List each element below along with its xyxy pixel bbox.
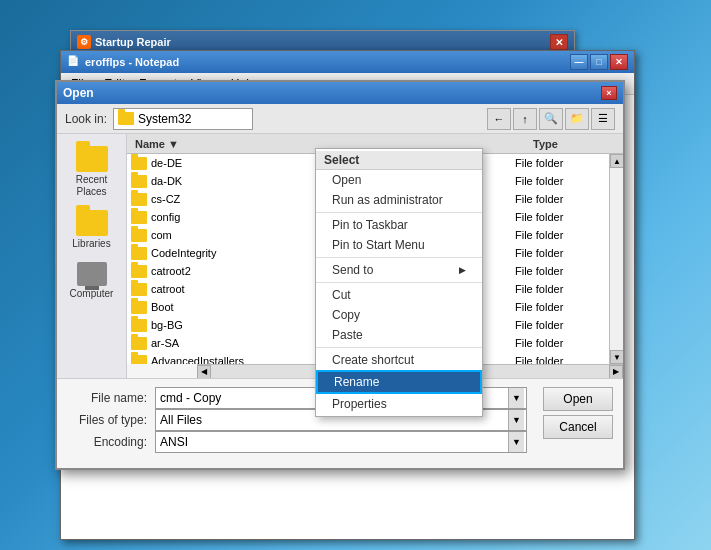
file-name-value: cmd - Copy bbox=[160, 391, 221, 405]
files-of-type-value: All Files bbox=[160, 413, 202, 427]
encoding-combo[interactable]: ANSI ▼ bbox=[155, 431, 527, 453]
folder-icon bbox=[131, 301, 147, 314]
file-name-label: File name: bbox=[67, 391, 147, 405]
notepad-icon: 📄 bbox=[67, 55, 81, 69]
sidebar-computer[interactable]: Computer bbox=[62, 258, 122, 304]
context-menu-header: Select bbox=[316, 151, 482, 170]
ctx-send-to-label: Send to bbox=[332, 263, 373, 277]
look-in-combo[interactable]: System32 bbox=[113, 108, 253, 130]
folder-icon bbox=[131, 175, 147, 188]
ctx-separator-1 bbox=[316, 212, 482, 213]
startup-repair-title: Startup Repair bbox=[95, 36, 171, 48]
encoding-row: Encoding: ANSI ▼ bbox=[67, 431, 527, 453]
folder-icon bbox=[131, 319, 147, 332]
folder-icon bbox=[131, 193, 147, 206]
files-of-type-label: Files of type: bbox=[67, 413, 147, 427]
hscroll-right-arrow[interactable]: ▶ bbox=[609, 365, 623, 379]
open-dialog-title: Open bbox=[63, 86, 94, 100]
new-folder-button[interactable]: 📁 bbox=[565, 108, 589, 130]
look-in-label: Look in: bbox=[65, 112, 107, 126]
notepad-titlebar: 📄 erofflps - Notepad — □ ✕ bbox=[61, 51, 634, 73]
ctx-separator-4 bbox=[316, 347, 482, 348]
ctx-cut[interactable]: Cut bbox=[316, 285, 482, 305]
libraries-icon bbox=[76, 210, 108, 236]
ctx-properties[interactable]: Properties bbox=[316, 394, 482, 414]
open-button[interactable]: Open bbox=[543, 387, 613, 411]
ctx-open[interactable]: Open bbox=[316, 170, 482, 190]
scroll-down-arrow[interactable]: ▼ bbox=[610, 350, 623, 364]
folder-icon bbox=[131, 265, 147, 278]
ctx-rename[interactable]: Rename bbox=[316, 370, 482, 394]
sidebar-panel: Recent Places Libraries Computer bbox=[57, 134, 127, 378]
recent-places-icon bbox=[76, 146, 108, 172]
ctx-separator-2 bbox=[316, 257, 482, 258]
ctx-pin-start[interactable]: Pin to Start Menu bbox=[316, 235, 482, 255]
ctx-paste[interactable]: Paste bbox=[316, 325, 482, 345]
open-dialog-toolbar: Look in: System32 ← ↑ 🔍 📁 ☰ bbox=[57, 104, 623, 134]
notepad-maximize-button[interactable]: □ bbox=[590, 54, 608, 70]
encoding-combo-arrow[interactable]: ▼ bbox=[508, 432, 524, 452]
file-name-combo-arrow[interactable]: ▼ bbox=[508, 388, 524, 408]
dialog-action-buttons: Open Cancel bbox=[543, 387, 613, 439]
folder-icon bbox=[131, 337, 147, 350]
cancel-button[interactable]: Cancel bbox=[543, 415, 613, 439]
computer-icon bbox=[77, 262, 107, 286]
ctx-pin-taskbar[interactable]: Pin to Taskbar bbox=[316, 215, 482, 235]
scroll-track bbox=[610, 168, 623, 350]
toolbar-buttons: ← ↑ 🔍 📁 ☰ bbox=[487, 108, 615, 130]
sidebar-recent-places[interactable]: Recent Places bbox=[62, 142, 122, 202]
encoding-label: Encoding: bbox=[67, 435, 147, 449]
scroll-up-arrow[interactable]: ▲ bbox=[610, 154, 623, 168]
folder-icon bbox=[131, 355, 147, 365]
ctx-send-to-arrow: ▶ bbox=[459, 265, 466, 275]
encoding-value: ANSI bbox=[160, 435, 188, 449]
notepad-window-buttons: — □ ✕ bbox=[570, 54, 628, 70]
ctx-separator-3 bbox=[316, 282, 482, 283]
ctx-create-shortcut[interactable]: Create shortcut bbox=[316, 350, 482, 370]
folder-icon bbox=[118, 112, 134, 125]
notepad-minimize-button[interactable]: — bbox=[570, 54, 588, 70]
ctx-send-to[interactable]: Send to ▶ bbox=[316, 260, 482, 280]
open-dialog-titlebar: Open × bbox=[57, 82, 623, 104]
folder-icon bbox=[131, 157, 147, 170]
back-button[interactable]: ← bbox=[487, 108, 511, 130]
context-menu: Select Open Run as administrator Pin to … bbox=[315, 148, 483, 417]
col-type-header[interactable]: Type bbox=[529, 138, 619, 150]
folder-icon bbox=[131, 247, 147, 260]
folder-icon bbox=[131, 229, 147, 242]
hscroll-left-arrow[interactable]: ◀ bbox=[197, 365, 211, 379]
view-button[interactable]: ☰ bbox=[591, 108, 615, 130]
notepad-close-button[interactable]: ✕ bbox=[610, 54, 628, 70]
search-button[interactable]: 🔍 bbox=[539, 108, 563, 130]
startup-repair-close-button[interactable]: ✕ bbox=[550, 34, 568, 50]
ctx-run-as-admin-label: Run as administrator bbox=[332, 193, 443, 207]
notepad-title: erofflps - Notepad bbox=[85, 56, 179, 68]
vertical-scrollbar[interactable]: ▲ ▼ bbox=[609, 154, 623, 364]
up-button[interactable]: ↑ bbox=[513, 108, 537, 130]
ctx-run-as-admin[interactable]: Run as administrator bbox=[316, 190, 482, 210]
ctx-copy[interactable]: Copy bbox=[316, 305, 482, 325]
folder-icon bbox=[131, 211, 147, 224]
startup-repair-icon: ⚙ bbox=[77, 35, 91, 49]
look-in-value: System32 bbox=[138, 112, 191, 126]
files-of-type-combo-arrow[interactable]: ▼ bbox=[508, 410, 524, 430]
libraries-label: Libraries bbox=[72, 238, 110, 250]
recent-places-label: Recent Places bbox=[66, 174, 118, 198]
sidebar-libraries[interactable]: Libraries bbox=[62, 206, 122, 254]
open-dialog-close-button[interactable]: × bbox=[601, 86, 617, 100]
folder-icon bbox=[131, 283, 147, 296]
